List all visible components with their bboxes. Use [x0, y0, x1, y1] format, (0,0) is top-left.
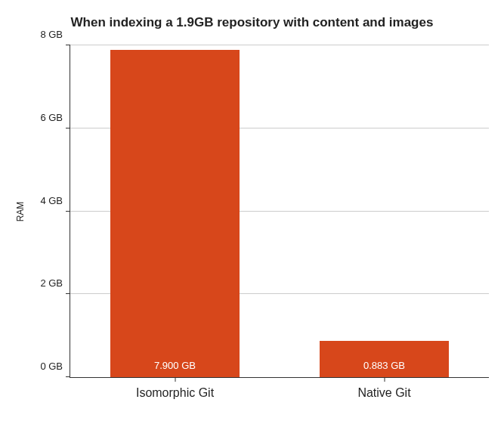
y-tick-label: 8 GB [40, 29, 63, 40]
y-axis-label: RAM [15, 202, 26, 222]
y-tick-label: 0 GB [40, 361, 63, 372]
y-tick-mark [66, 211, 70, 212]
y-tick-mark [66, 45, 70, 45]
x-tick-mark [384, 377, 385, 382]
y-tick-mark [66, 376, 70, 377]
x-category-label: Native Git [357, 386, 410, 400]
y-tick-mark [66, 293, 70, 294]
gridline [70, 45, 489, 45]
bar-native-git: 0.883 GB [320, 341, 450, 377]
bar-value-label: 0.883 GB [320, 360, 450, 371]
x-category-label: Isomorphic Git [136, 386, 214, 400]
bar-isomorphic-git: 7.900 GB [110, 50, 240, 378]
x-tick-mark [175, 377, 175, 382]
y-tick-label: 6 GB [40, 111, 63, 122]
plot-area: 0 GB 2 GB 4 GB 6 GB 8 GB 7.900 GB 0.883 … [70, 45, 489, 378]
y-tick-label: 2 GB [40, 277, 63, 289]
y-tick-mark [66, 128, 70, 128]
bar-value-label: 7.900 GB [110, 360, 240, 371]
chart-title: When indexing a 1.9GB repository with co… [0, 15, 504, 30]
y-tick-label: 4 GB [40, 194, 63, 206]
